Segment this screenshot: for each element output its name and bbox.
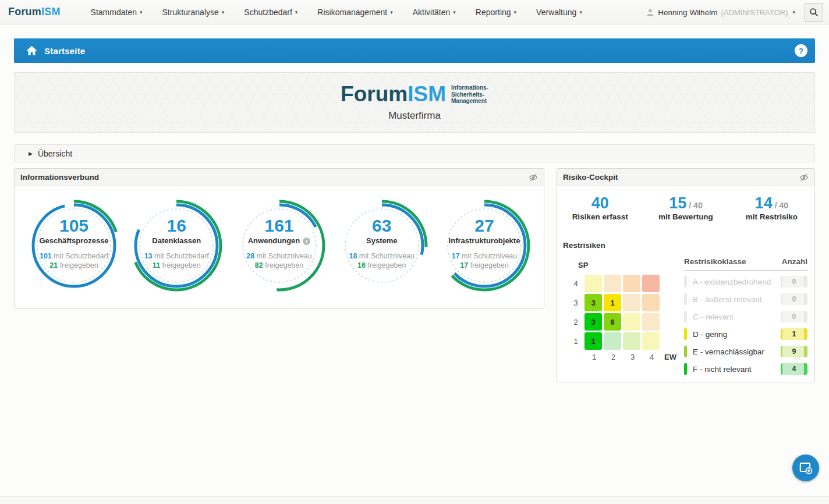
matrix-cell-sp1-ew2 [604, 332, 621, 350]
nav-item-label: Aktivitäten [413, 8, 451, 17]
matrix-cell-sp4-ew1 [584, 275, 602, 292]
stat-label: Anwendungeni [248, 236, 311, 245]
stat-line2: 82 freigegeben [255, 261, 303, 269]
matrix-y-axis-label: SP [578, 261, 676, 269]
stat-line1: 17 mit Schutzniveau [452, 252, 518, 260]
nav-item-label: Stammdaten [91, 8, 137, 17]
matrix-row: 1 1 [570, 332, 676, 350]
nav-item-label: Verwaltung [536, 8, 576, 17]
chevron-down-icon: ▾ [514, 9, 517, 15]
matrix-cell-sp3-ew4 [642, 294, 660, 311]
banner-logo: ForumISM Informations- Sicherheits- Mana… [341, 83, 488, 105]
restrisikoklasse-table: Restrisikoklasse Anzahl A - existenzbedr… [684, 257, 807, 378]
matrix-y-tick: 4 [570, 279, 582, 288]
matrix-y-tick: 2 [570, 318, 582, 326]
hide-panel-button[interactable] [799, 173, 809, 182]
matrix-x-axis: 1234 EW [584, 353, 676, 361]
chevron-down-icon: ▾ [579, 9, 582, 15]
matrix-cell-sp2-ew1: 3 [584, 313, 602, 331]
help-button[interactable]: ? [795, 44, 807, 57]
risiko-cockpit-header: Risiko-Cockpit [557, 169, 814, 186]
stat-label: Risiken erfasst [557, 212, 643, 221]
user-role: (ADMINISTRATOR) [721, 8, 788, 17]
stat-line2: 11 freigegeben [153, 261, 201, 269]
add-window-button[interactable] [792, 455, 819, 481]
class-count-badge: 4 [781, 363, 807, 375]
stat-line2: 17 freigegeben [460, 261, 508, 269]
nav-item-aktivit-ten[interactable]: Aktivitäten ▾ [413, 8, 456, 17]
matrix-cell-sp1-ew1: 1 [584, 332, 602, 350]
table-row-e-vernachl-ssigbar: E - vernachlässigbar 9 [684, 343, 807, 360]
stat-line1: 101 mit Schutzbedarf [40, 252, 108, 260]
eye-slash-icon [799, 173, 809, 182]
search-icon [809, 8, 819, 17]
risk-stat-risiken-erfasst: 40 Risiken erfasst [557, 194, 643, 221]
company-name: Musterfirma [388, 110, 441, 122]
matrix-row: 3 31 [570, 294, 676, 311]
stat-label: Datenklassen [152, 236, 201, 245]
class-color-bar [684, 293, 687, 305]
class-color-bar [684, 363, 687, 375]
nav-item-label: Risikomanagement [317, 8, 387, 17]
class-color-bar [684, 328, 687, 340]
stat-value: 40 [591, 194, 609, 212]
stat-circle-datenklassen[interactable]: 16 Datenklassen 13 mit Schutzbedarf 11 f… [130, 199, 223, 292]
table-rows: A - existenzbedrohend 0 B - äußerst rele… [684, 273, 807, 378]
risk-stat-mit-restrisiko: 14/ 40 mit Restrisiko [729, 194, 814, 221]
search-button[interactable] [805, 3, 823, 22]
table-header: Restrisikoklasse Anzahl [684, 257, 807, 271]
overview-toggle[interactable]: ▶ Übersicht [14, 144, 815, 162]
nav-item-verwaltung[interactable]: Verwaltung ▾ [536, 8, 582, 17]
nav-item-reporting[interactable]: Reporting ▾ [476, 8, 516, 17]
class-color-bar [684, 346, 687, 357]
nav-item-risikomanagement[interactable]: Risikomanagement ▾ [317, 8, 392, 17]
stat-line1: 28 mit Schutzniveau [246, 252, 312, 260]
info-icon[interactable]: i [303, 237, 310, 245]
matrix-cell-sp4-ew2 [604, 275, 621, 292]
risiko-cockpit-panel: Risiko-Cockpit 40 Risiken erfasst 15/ 40… [557, 168, 815, 382]
chevron-down-icon: ▾ [390, 9, 393, 15]
nav-item-strukturanalyse[interactable]: Strukturanalyse ▾ [162, 8, 225, 17]
informationsverbund-title: Informationsverbund [20, 173, 99, 182]
app-logo-part2: ISM [41, 6, 61, 17]
user-name: Henning Wilhelm [658, 8, 717, 17]
matrix-cell-sp2-ew3 [623, 313, 640, 331]
table-row-f-nicht-relevant: F - nicht relevant 4 [684, 360, 807, 378]
class-color-bar [684, 311, 687, 322]
stat-line1: 18 mit Schutzniveau [349, 252, 414, 260]
class-label: A - existenzbedrohend [693, 278, 781, 286]
stat-circle-infrastrukturobjekte[interactable]: 27 Infrastrukturobjekte 17 mit Schutzniv… [438, 199, 531, 292]
app-logo[interactable]: ForumISM [8, 6, 61, 18]
stat-circle-systeme[interactable]: 63 Systeme 18 mit Schutzniveau 16 freige… [335, 199, 428, 292]
matrix-cell-sp4-ew4 [642, 275, 660, 292]
class-color-bar [684, 276, 687, 288]
stat-circle-gesch-ftsprozesse[interactable]: 105 Geschäftsprozesse 101 mit Schutzbeda… [27, 199, 121, 292]
stat-circle-anwendungen[interactable]: 161 Anwendungeni 28 mit Schutzniveau 82 … [233, 199, 326, 292]
matrix-row: 4 [570, 275, 676, 292]
stat-line2: 21 freigegeben [49, 261, 98, 269]
matrix-cell-sp3-ew2: 1 [604, 294, 621, 311]
table-header-class: Restrisikoklasse [684, 257, 746, 266]
company-banner: ForumISM Informations- Sicherheits- Mana… [14, 72, 815, 133]
stat-total: 105 [59, 216, 88, 236]
class-count-badge: 1 [781, 328, 807, 340]
matrix-x-tick: 2 [604, 353, 623, 361]
footer-bar [0, 496, 829, 504]
chevron-down-icon: ▾ [295, 9, 298, 15]
user-menu[interactable]: Henning Wilhelm (ADMINISTRATOR) ▾ [646, 0, 795, 24]
matrix-x-ticks: 1234 [584, 353, 661, 361]
nav-item-stammdaten[interactable]: Stammdaten ▾ [91, 8, 143, 17]
nav-item-label: Schutzbedarf [244, 8, 292, 17]
banner-logo-part2: ISM [408, 82, 446, 106]
matrix-cell-sp2-ew2: 6 [604, 313, 621, 331]
hide-panel-button[interactable] [529, 173, 538, 182]
matrix-cell-sp3-ew1: 3 [584, 294, 602, 311]
app-logo-part1: Forum [8, 6, 41, 17]
matrix-cell-sp4-ew3 [623, 275, 640, 292]
stat-line1: 13 mit Schutzbedarf [144, 252, 209, 260]
risiko-cockpit-title: Risiko-Cockpit [563, 173, 618, 182]
stat-value: 15 [669, 194, 686, 212]
nav-item-schutzbedarf[interactable]: Schutzbedarf ▾ [244, 8, 297, 17]
informationsverbund-header: Informationsverbund [15, 169, 544, 186]
class-count-badge: 0 [781, 276, 807, 288]
